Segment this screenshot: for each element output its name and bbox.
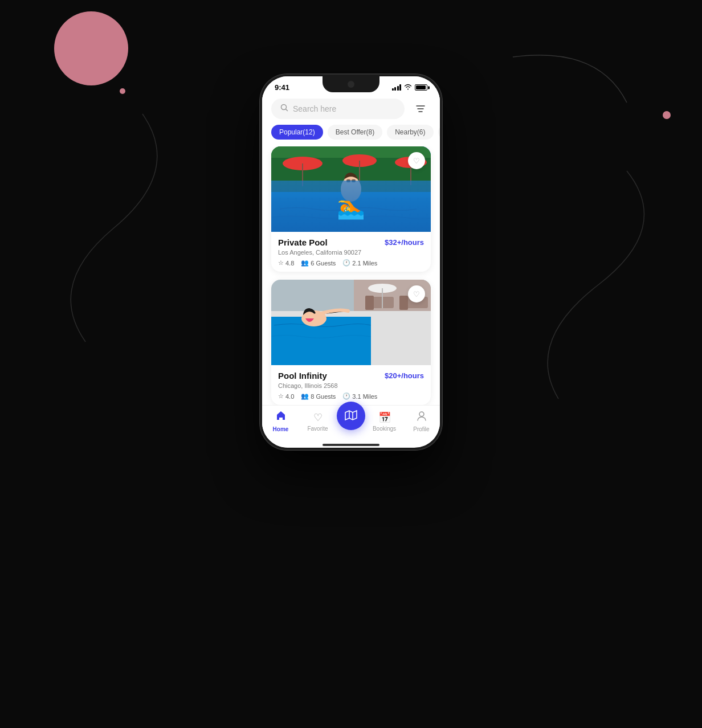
phone-outer-shell: 9:41: [260, 74, 442, 450]
wifi-icon: [404, 84, 412, 91]
phone-screen: 9:41: [262, 76, 440, 448]
card-rating-2: ☆ 4.0: [278, 392, 294, 400]
svg-rect-21: [399, 296, 408, 310]
signal-icon: [392, 84, 402, 91]
battery-icon: [415, 84, 427, 91]
card-info-1: Private Pool $32+/hours Los Angeles, Cal…: [271, 232, 431, 272]
nav-map[interactable]: [336, 413, 366, 430]
card-title-2: Pool Infinity: [278, 371, 327, 381]
card-meta-1: ☆ 4.8 👥 6 Guests 🕐 2.1 Miles: [278, 259, 424, 267]
home-icon: [275, 410, 287, 424]
svg-rect-19: [365, 296, 374, 310]
phone-mockup: 9:41: [260, 74, 442, 450]
listing-image-1: ♡: [271, 146, 431, 232]
profile-icon: [416, 410, 427, 424]
nav-bookings[interactable]: 📅 Bookings: [366, 411, 403, 432]
svg-rect-9: [271, 192, 431, 232]
svg-rect-25: [271, 311, 431, 317]
listing-card-2[interactable]: ♡ Pool Infinity $20+/hours Chicago, Illi…: [271, 280, 431, 405]
nav-bookings-label: Bookings: [373, 426, 396, 432]
phone-camera: [348, 81, 354, 88]
filter-button[interactable]: [410, 99, 431, 119]
bookings-icon: 📅: [378, 411, 391, 424]
card-info-2: Pool Infinity $20+/hours Chicago, Illino…: [271, 365, 431, 405]
favorite-icon: ♡: [313, 411, 323, 424]
decorative-dot-small: [120, 88, 125, 94]
search-placeholder: Search here: [293, 104, 336, 113]
listings-container: ♡ Private Pool $32+/hours Los Angeles, C…: [262, 146, 440, 405]
card-price-2: $20+/hours: [385, 371, 424, 380]
search-bar-container: Search here: [262, 94, 440, 125]
category-pill-best-offer[interactable]: Best Offer(8): [328, 125, 382, 140]
bottom-nav: Home ♡ Favorite: [262, 405, 440, 441]
search-bar[interactable]: Search here: [271, 99, 405, 119]
search-icon: [280, 104, 288, 114]
svg-rect-13: [346, 179, 350, 182]
card-meta-2: ☆ 4.0 👥 8 Guests 🕐 3.1 Miles: [278, 392, 424, 400]
svg-rect-10: [271, 192, 431, 198]
svg-point-11: [341, 177, 361, 202]
card-title-1: Private Pool: [278, 238, 328, 247]
nav-home-label: Home: [273, 426, 289, 432]
card-guests-1: 👥 6 Guests: [301, 259, 336, 267]
app-content: Search here Popular(12) Best Offer(8) Ne…: [262, 94, 440, 447]
listing-image-2: ♡: [271, 280, 431, 365]
nav-profile[interactable]: Profile: [403, 410, 440, 432]
favorite-btn-1[interactable]: ♡: [408, 152, 425, 169]
category-pills: Popular(12) Best Offer(8) Nearby(6) Pets…: [262, 125, 440, 146]
svg-rect-14: [352, 179, 356, 182]
decorative-dot-right: [663, 111, 671, 119]
svg-rect-28: [371, 317, 431, 365]
favorite-btn-2[interactable]: ♡: [408, 285, 425, 302]
home-indicator: [323, 444, 379, 446]
card-distance-1: 🕐 2.1 Miles: [342, 259, 377, 267]
card-price-1: $32+/hours: [385, 238, 424, 247]
card-distance-2: 🕐 3.1 Miles: [342, 392, 377, 400]
card-location-2: Chicago, Illinois 2568: [278, 382, 424, 389]
nav-favorite[interactable]: ♡ Favorite: [299, 411, 336, 432]
category-pill-pets[interactable]: Pets Frie...: [438, 125, 440, 140]
decorative-circle-large: [54, 11, 128, 85]
nav-home[interactable]: Home: [262, 410, 299, 432]
card-guests-2: 👥 8 Guests: [301, 392, 336, 400]
status-icons: [392, 84, 428, 91]
listing-card-1[interactable]: ♡ Private Pool $32+/hours Los Angeles, C…: [271, 146, 431, 272]
category-pill-popular[interactable]: Popular(12): [271, 125, 323, 140]
phone-notch: [323, 76, 379, 92]
map-center-button[interactable]: [337, 402, 365, 430]
category-pill-nearby[interactable]: Nearby(6): [387, 125, 433, 140]
status-time: 9:41: [275, 83, 289, 92]
card-location-1: Los Angeles, California 90027: [278, 249, 424, 256]
nav-favorite-label: Favorite: [307, 426, 328, 432]
svg-point-31: [419, 412, 424, 416]
card-rating-1: ☆ 4.8: [278, 259, 294, 267]
nav-profile-label: Profile: [413, 426, 429, 432]
